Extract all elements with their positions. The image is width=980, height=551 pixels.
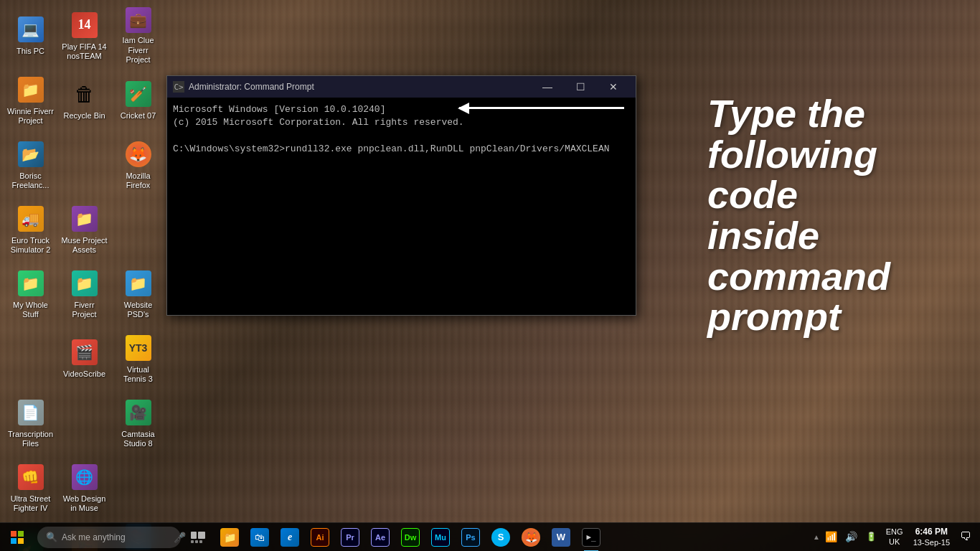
desktop-icon-label: Muse Project Assets [61,236,108,255]
desktop-icon-label: VideoScribe [63,369,105,379]
taskbar-muse[interactable]: Mu [426,523,455,552]
search-input[interactable] [62,532,169,542]
desktop-icon-mozilla[interactable]: 🦊 Mozilla Firefox [111,133,165,197]
cmd-title-text: Administrator: Command Prompt [189,82,314,92]
instruction-line3: inside [707,215,966,256]
taskbar-file-explorer[interactable]: 📁 [215,523,244,552]
svg-rect-6 [191,540,194,543]
cmd-close-button[interactable]: ✕ [597,76,630,98]
search-bar[interactable]: 🔍 🎤 [37,527,181,548]
taskbar-edge[interactable]: e [275,523,304,552]
desktop-icon-borisc[interactable]: 📂 Borisc Freelanc... [4,133,57,197]
desktop-icon-euro-truck[interactable]: 🚚 Euro Truck Simulator 2 [4,197,57,262]
language-area[interactable]: ENG UK [883,527,906,547]
desktop-icon-this-pc[interactable]: 💻 This PC [4,4,57,68]
desktop-icon-label: Play FIFA 14 nosTEAM [61,42,108,61]
taskbar-cmd[interactable]: ▶_ [577,523,606,552]
desktop-icon-website-psd[interactable]: 📁 Website PSD's [111,262,165,326]
desktop-icon-recycle-bin[interactable]: 🗑 Recycle Bin [57,68,111,133]
desktop-icon-iamclue[interactable]: 💼 Iam Clue Fiverr Project [111,4,165,68]
desktop-icon-label: Virtual Tennis 3 [115,365,161,384]
desktop-icon-transcription[interactable]: 📄 Transcription Files [4,391,57,456]
instruction-text: Type the following code inside command p… [707,93,966,337]
desktop-icons-grid: 💻 This PC 14 Play FIFA 14 nosTEAM 💼 Iam … [4,4,165,551]
taskbar-firefox[interactable]: 🦊 [517,523,545,552]
cmd-body[interactable]: Microsoft Windows [Version 10.0.10240] (… [167,98,636,315]
instruction-line5: prompt [707,296,966,337]
cmd-icon: C> [173,81,184,93]
taskbar-illustrator[interactable]: Ai [306,523,334,552]
desktop-icon-label: Fiverr Project [61,301,108,319]
desktop-icon-vt3[interactable]: YT3 Virtual Tennis 3 [111,326,165,391]
desktop-icon-label: Recycle Bin [63,111,105,121]
desktop-icon-label: Cricket 07 [121,111,156,121]
volume-icon[interactable]: 🔊 [843,528,860,545]
instruction-line1: Type the [707,93,966,134]
svg-rect-7 [195,540,198,543]
svg-rect-8 [199,540,202,543]
desktop-icon-label: Winnie Fiverr Project [7,107,54,126]
taskbar-apps: 📁 🛍 e Ai [215,523,606,552]
instruction-line2: following code [707,134,966,215]
task-view-button[interactable] [184,523,212,552]
taskbar-dreamweaver[interactable]: Dw [396,523,425,552]
desktop-icon-my-whole[interactable]: 📁 My Whole Stuff [4,262,57,326]
desktop-icon-label: Camtasia Studio 8 [115,430,161,448]
svg-rect-0 [11,531,17,537]
svg-rect-1 [18,531,24,537]
svg-rect-4 [191,532,197,539]
desktop-icon-muse-assets[interactable]: 📁 Muse Project Assets [57,197,111,262]
notification-icon[interactable]: 🗨 [957,528,974,545]
desktop-icon-label: Web Design in Muse [61,494,108,513]
taskbar-system-tray: ▲ 📶 🔊 🔋 ENG UK 6:46 PM 13-Sep-15 🗨 [813,527,980,548]
desktop-icon-winnie[interactable]: 📁 Winnie Fiverr Project [4,68,57,133]
instruction-line4: command [707,256,966,297]
taskbar-store[interactable]: 🛍 [245,523,274,552]
taskbar-skype[interactable]: S [486,523,515,552]
desktop-icon-label: Iam Clue Fiverr Project [115,36,161,65]
svg-rect-5 [198,532,205,539]
desktop-icon-usf4[interactable]: 👊 Ultra Street Fighter IV [4,456,57,520]
network-icon[interactable]: 📶 [823,528,840,545]
desktop-icon-fifa[interactable]: 14 Play FIFA 14 nosTEAM [57,4,111,68]
cmd-minimize-button[interactable]: — [531,76,564,98]
desktop-icon-label: Borisc Freelanc... [7,171,54,190]
desktop-icon-fiverr[interactable]: 📁 Fiverr Project [57,262,111,326]
taskbar-after-effects[interactable]: Ae [366,523,395,552]
desktop-icon-label: This PC [17,47,44,56]
desktop-icon-cricket[interactable]: 🏏 Cricket 07 [111,68,165,133]
desktop-icon-label: Ultra Street Fighter IV [7,494,54,513]
svg-rect-2 [11,538,17,544]
windows-logo-icon [11,531,24,544]
system-tray-expand[interactable]: ▲ [813,533,820,541]
cmd-titlebar: C> Administrator: Command Prompt — ☐ ✕ [167,76,636,98]
desktop: 💻 This PC 14 Play FIFA 14 nosTEAM 💼 Iam … [0,0,980,551]
clock-area[interactable]: 6:46 PM 13-Sep-15 [909,527,954,548]
desktop-icon-webdesign-muse[interactable]: 🌐 Web Design in Muse [57,456,111,520]
task-view-icon [191,532,205,543]
desktop-icon-camtasia[interactable]: 🎥 Camtasia Studio 8 [111,391,165,456]
desktop-icon-label: My Whole Stuff [7,301,54,319]
language-label: ENG [886,527,903,537]
desktop-icon-label: Mozilla Firefox [115,171,161,190]
arrow-line [459,107,624,109]
desktop-icon-label: Website PSD's [115,301,161,319]
arrow-container [459,100,603,115]
taskbar-word[interactable]: W [547,523,575,552]
search-icon: 🔍 [46,532,57,542]
start-button[interactable] [0,523,34,552]
cmd-controls: — ☐ ✕ [531,76,630,98]
desktop-icon-label: Transcription Files [7,430,54,448]
desktop-icon-videoscribe[interactable]: 🎬 VideoScribe [57,326,111,391]
taskbar-photoshop[interactable]: Ps [456,523,485,552]
arrow-head [458,103,469,114]
clock-date: 13-Sep-15 [913,537,950,547]
region-label: UK [889,537,900,547]
cmd-maximize-button[interactable]: ☐ [564,76,597,98]
clock-time: 6:46 PM [915,527,948,538]
desktop-icon-label: Euro Truck Simulator 2 [7,236,54,255]
taskbar-premiere[interactable]: Pr [336,523,364,552]
taskbar: 🔍 🎤 📁 🛍 [0,522,980,551]
battery-icon[interactable]: 🔋 [863,528,880,545]
svg-rect-3 [18,538,24,544]
